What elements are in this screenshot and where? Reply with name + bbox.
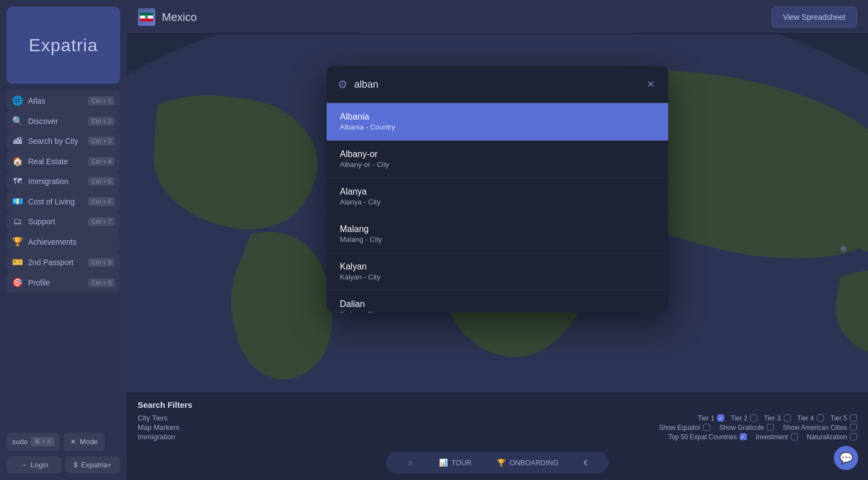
option-checkbox[interactable] [740, 433, 747, 440]
sidebar-item-support[interactable]: 🗂 Support Ctrl + 7 [7, 212, 120, 231]
sidebar-item-profile[interactable]: 🎯 Profile Ctrl + 9 [7, 272, 120, 293]
sudo-button[interactable]: sudo ⌘ + K [7, 433, 60, 451]
search-result-albania[interactable]: Albania Albania - Country [327, 103, 668, 141]
map-options-row1: Show Equator Show Graticule Show America… [659, 424, 857, 432]
sidebar-label-real-estate: Real Estate [28, 157, 68, 166]
map-option-investment[interactable]: Investment [756, 433, 798, 441]
tier-checkbox[interactable] [784, 414, 791, 422]
map-option-show-equator[interactable]: Show Equator [659, 424, 710, 432]
sidebar-shortcut-support: Ctrl + 7 [88, 217, 115, 226]
sidebar-icon-profile: 🎯 [12, 277, 23, 288]
login-button[interactable]: → Login [7, 456, 62, 473]
sidebar-item-left: 🎯 Profile [12, 277, 50, 288]
tier-checkbox[interactable] [717, 414, 724, 422]
login-label: Login [31, 461, 48, 469]
result-sub-kalyan: Kalyan - City [340, 273, 655, 281]
immigration-row: Immigration Top 50 Expat Countries Inves… [138, 433, 857, 441]
sidebar-item-left: 💶 Cost of Living [12, 196, 75, 207]
onboarding-button[interactable]: 🏆 ONBOARDING [492, 456, 563, 469]
sidebar-label-discover: Discover [28, 117, 58, 126]
city-tiers-label: City Tiers [138, 414, 167, 422]
mode-icon: ☀ [70, 438, 77, 446]
map-option-top-50-expat-countries[interactable]: Top 50 Expat Countries [668, 433, 747, 441]
dollar-icon: $ [74, 461, 78, 469]
topbar: Mexico View Spreadsheet [127, 0, 868, 34]
action-center: ☆ 📊 TOUR 🏆 ONBOARDING € [386, 452, 609, 473]
filter-header-row: Search Filters [138, 400, 857, 413]
star-icon: ☆ [407, 459, 414, 467]
sidebar-item-search-by-city[interactable]: 🏙 Search by City Ctrl + 3 [7, 131, 120, 151]
sidebar-label-achievements: Achievements [28, 238, 77, 246]
option-label: Top 50 Expat Countries [668, 433, 737, 441]
map-markers-label: Map Markers [138, 423, 180, 432]
mode-button[interactable]: ☀ Mode [63, 433, 105, 451]
sidebar-item-real-estate[interactable]: 🏠 Real Estate Ctrl + 4 [7, 151, 120, 171]
search-result-alanya[interactable]: Alanya Alanya - City [327, 178, 668, 215]
sidebar-item-left: 🏠 Real Estate [12, 156, 68, 166]
main-area: Mexico View Spreadsheet [127, 0, 868, 480]
expatria-plus-button[interactable]: $ Expatria+ [65, 456, 120, 473]
sidebar-shortcut-real-estate: Ctrl + 4 [88, 157, 115, 166]
option-checkbox[interactable] [850, 433, 857, 440]
tier-item-tier-4[interactable]: Tier 4 [798, 414, 824, 422]
map-option-naturalization[interactable]: Naturalization [807, 433, 857, 441]
option-checkbox[interactable] [703, 424, 710, 431]
sudo-label: sudo [12, 438, 28, 446]
sidebar-item-left: 🗂 Support [12, 217, 55, 226]
option-checkbox[interactable] [850, 424, 857, 431]
onboarding-label: ONBOARDING [509, 459, 558, 467]
chat-bubble-button[interactable]: 💬 [834, 446, 858, 470]
search-modal: ⚙ ✕ Albania Albania - Country Albany-or … [327, 66, 668, 312]
tier-label: Tier 3 [764, 414, 780, 422]
tier-item-tier-3[interactable]: Tier 3 [764, 414, 790, 422]
sidebar-item-achievements[interactable]: 🏆 Achievements [7, 231, 120, 252]
onboarding-icon: 🏆 [497, 459, 506, 467]
search-input[interactable] [354, 79, 638, 90]
sidebar-label-2nd-passport: 2nd Passport [28, 258, 74, 267]
result-sub-malang: Malang - City [340, 235, 655, 244]
search-result-kalyan[interactable]: Kalyan Kalyan - City [327, 253, 668, 290]
filters-title: Search Filters [138, 400, 192, 409]
search-result-albany-or[interactable]: Albany-or Albany-or - City [327, 141, 668, 178]
tier-item-tier-5[interactable]: Tier 5 [831, 414, 857, 422]
tier-checkbox[interactable] [850, 414, 857, 422]
tier-checkbox[interactable] [750, 414, 757, 422]
svg-point-3 [145, 15, 148, 19]
map-option-show-american-cities[interactable]: Show American Cities [783, 424, 857, 432]
sidebar-item-left: 🏆 Achievements [12, 236, 77, 247]
tier-item-tier-2[interactable]: Tier 2 [731, 414, 757, 422]
sidebar-icon-support: 🗂 [12, 217, 23, 226]
tier-label: Tier 1 [698, 414, 714, 422]
expatria-plus-label: Expatria+ [81, 461, 111, 469]
map-option-show-graticule[interactable]: Show Graticule [719, 424, 774, 432]
search-close-button[interactable]: ✕ [644, 76, 657, 93]
option-checkbox[interactable] [791, 433, 798, 440]
sidebar-icon-real-estate: 🏠 [12, 156, 23, 166]
sidebar-item-2nd-passport[interactable]: 🎫 2nd Passport Ctrl + 8 [7, 252, 120, 272]
result-name-alanya: Alanya [340, 187, 655, 197]
view-spreadsheet-button[interactable]: View Spreadsheet [772, 7, 857, 28]
immigration-label: Immigration [138, 433, 175, 441]
tour-button[interactable]: 📊 TOUR [435, 456, 476, 469]
sidebar-item-discover[interactable]: 🔍 Discover Ctrl + 2 [7, 111, 120, 131]
tier-item-tier-1[interactable]: Tier 1 [698, 414, 724, 422]
currency-icon: € [584, 459, 588, 467]
topbar-left: Mexico [138, 8, 197, 26]
sidebar-item-immigration[interactable]: 🗺 Immigration Ctrl + 5 [7, 171, 120, 191]
sidebar-item-left: 🔍 Discover [12, 116, 58, 126]
result-name-albania: Albania [340, 112, 655, 122]
search-result-dalian[interactable]: Dalian Dalian - City [327, 290, 668, 312]
tier-checkbox[interactable] [817, 414, 824, 422]
search-result-malang[interactable]: Malang Malang - City [327, 215, 668, 253]
sidebar-item-left: 🎫 2nd Passport [12, 257, 74, 267]
tour-icon: 📊 [439, 459, 448, 467]
mode-label: Mode [80, 438, 98, 446]
currency-button[interactable]: € [579, 456, 592, 469]
option-label: Show American Cities [783, 424, 847, 432]
option-checkbox[interactable] [767, 424, 774, 431]
sidebar-item-atlas[interactable]: 🌐 Atlas Ctrl + 1 [7, 90, 120, 111]
favorite-button[interactable]: ☆ [403, 456, 418, 469]
option-label: Naturalization [807, 433, 847, 441]
sidebar-label-profile: Profile [28, 278, 50, 287]
sidebar-item-cost-of-living[interactable]: 💶 Cost of Living Ctrl + 6 [7, 191, 120, 212]
